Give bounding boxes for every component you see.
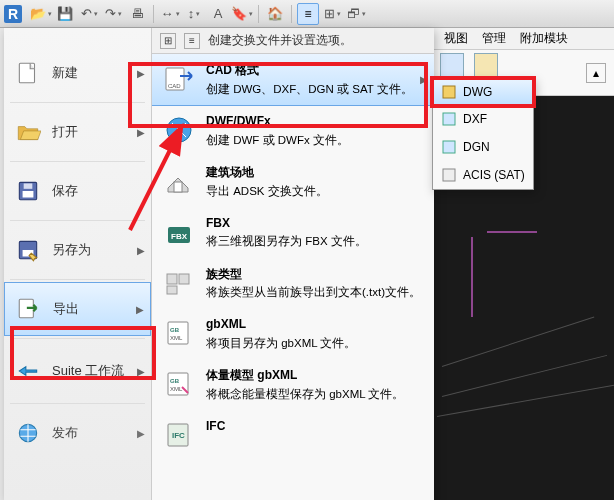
- svg-text:IFC: IFC: [172, 431, 185, 440]
- svg-rect-3: [24, 183, 33, 188]
- mass-title: 体量模型 gbXML: [206, 367, 424, 384]
- ribbon-collapse-button[interactable]: ▴: [586, 63, 606, 83]
- menu-publish[interactable]: 发布 ▶: [4, 406, 151, 460]
- tab-view[interactable]: 视图: [444, 30, 468, 47]
- export-cad-formats[interactable]: CAD CAD 格式创建 DWG、DXF、DGN 或 SAT 文件。 ▶: [152, 54, 434, 106]
- close-hidden-button[interactable]: ⊞: [321, 3, 343, 25]
- application-menu: 新建 ▶ 打开 ▶ 保存 另存为 ▶ 导出 ▶ Suite 工作流: [4, 28, 434, 500]
- site-desc: 导出 ADSK 交换文件。: [206, 185, 328, 197]
- tag-button[interactable]: 🔖: [231, 3, 253, 25]
- separator: [10, 338, 145, 339]
- save-button[interactable]: 💾: [54, 3, 76, 25]
- fbx-title: FBX: [206, 215, 424, 232]
- export-site[interactable]: 建筑场地导出 ADSK 交换文件。: [152, 156, 434, 207]
- export-dwf[interactable]: DWF/DWFx创建 DWF 或 DWFx 文件。: [152, 105, 434, 156]
- gbxml-title: gbXML: [206, 316, 424, 333]
- separator: [258, 5, 259, 23]
- dwf-icon: [162, 113, 196, 147]
- app-menu-left-column: 新建 ▶ 打开 ▶ 保存 另存为 ▶ 导出 ▶ Suite 工作流: [4, 28, 152, 500]
- export-ifc[interactable]: IFC IFC: [152, 410, 434, 460]
- title-bar: R 📂 💾 ↶ ↷ 🖶 ↔ ↕ A 🔖 🏠 ≡ ⊞ 🗗: [0, 0, 614, 28]
- site-title: 建筑场地: [206, 164, 424, 181]
- dimension-angular-button[interactable]: ↕: [183, 3, 205, 25]
- dwg-icon: [441, 84, 457, 100]
- export-header: ⊞ ≡ 创建交换文件并设置选项。: [152, 28, 434, 54]
- dwf-desc: 创建 DWF 或 DWFx 文件。: [206, 134, 349, 146]
- menu-save[interactable]: 保存: [4, 164, 151, 218]
- svg-rect-27: [443, 141, 455, 153]
- menu-new[interactable]: 新建 ▶: [4, 46, 151, 100]
- submenu-dwg[interactable]: DWG: [432, 78, 534, 106]
- cad-formats-submenu: DWG DXF DGN ACIS (SAT): [432, 78, 534, 190]
- menu-saveas[interactable]: 另存为 ▶: [4, 223, 151, 277]
- redo-button[interactable]: ↷: [102, 3, 124, 25]
- ifc-icon: IFC: [162, 418, 196, 452]
- dimension-aligned-button[interactable]: ↔: [159, 3, 181, 25]
- undo-button[interactable]: ↶: [78, 3, 100, 25]
- menu-suite[interactable]: Suite 工作流 ▶: [4, 341, 151, 401]
- export-icon: [15, 295, 43, 323]
- export-options-list: CAD CAD 格式创建 DWG、DXF、DGN 或 SAT 文件。 ▶ DWF…: [152, 54, 434, 500]
- svg-text:FBX: FBX: [171, 232, 188, 241]
- thin-lines-toggle[interactable]: ≡: [297, 3, 319, 25]
- fam-desc: 将族类型从当前族导出到文本(.txt)文件。: [206, 286, 421, 298]
- svg-text:XML: XML: [170, 335, 183, 341]
- menu-publish-label: 发布: [52, 424, 78, 442]
- menu-open[interactable]: 打开 ▶: [4, 105, 151, 159]
- fbx-icon: FBX: [162, 215, 196, 249]
- mass-desc: 将概念能量模型保存为 gbXML 文件。: [206, 388, 404, 400]
- separator: [153, 5, 154, 23]
- svg-rect-28: [443, 169, 455, 181]
- tab-addins[interactable]: 附加模块: [520, 30, 568, 47]
- submenu-dgn[interactable]: DGN: [433, 133, 533, 161]
- dwf-title: DWF/DWFx: [206, 113, 424, 130]
- cad-icon: CAD: [162, 62, 196, 96]
- separator: [291, 5, 292, 23]
- fam-title: 族类型: [206, 266, 424, 283]
- save-icon: [14, 177, 42, 205]
- export-mass-gbxml[interactable]: GBXML 体量模型 gbXML将概念能量模型保存为 gbXML 文件。: [152, 359, 434, 410]
- separator: [10, 279, 145, 280]
- svg-rect-15: [179, 274, 189, 284]
- menu-export-label: 导出: [53, 300, 79, 318]
- export-fbx[interactable]: FBX FBX将三维视图另存为 FBX 文件。: [152, 207, 434, 258]
- chevron-right-icon: ▶: [136, 304, 144, 315]
- acis-icon: [441, 167, 457, 183]
- cad-title: CAD 格式: [206, 62, 424, 79]
- svg-rect-16: [167, 286, 177, 294]
- gbxml-icon: GBXML: [162, 316, 196, 350]
- submenu-dgn-label: DGN: [463, 140, 490, 154]
- default-view-button[interactable]: 🏠: [264, 3, 286, 25]
- grid-icon[interactable]: ⊞: [160, 33, 176, 49]
- gbxml-desc: 将项目另存为 gbXML 文件。: [206, 337, 356, 349]
- text-button[interactable]: A: [207, 3, 229, 25]
- export-gbxml[interactable]: GBXML gbXML将项目另存为 gbXML 文件。: [152, 308, 434, 359]
- export-family-types[interactable]: 族类型将族类型从当前族导出到文本(.txt)文件。: [152, 258, 434, 309]
- new-icon: [14, 59, 42, 87]
- chevron-right-icon: ▶: [137, 68, 145, 79]
- submenu-acis[interactable]: ACIS (SAT): [433, 161, 533, 189]
- tab-manage[interactable]: 管理: [482, 30, 506, 47]
- separator: [10, 161, 145, 162]
- menu-new-label: 新建: [52, 64, 78, 82]
- app-menu-right-column: ⊞ ≡ 创建交换文件并设置选项。 CAD CAD 格式创建 DWG、DXF、DG…: [152, 28, 434, 500]
- chevron-right-icon: ▶: [137, 245, 145, 256]
- site-icon: [162, 164, 196, 198]
- dgn-icon: [441, 139, 457, 155]
- separator: [10, 403, 145, 404]
- svg-rect-11: [174, 182, 182, 192]
- open-button[interactable]: 📂: [30, 3, 52, 25]
- submenu-dwg-label: DWG: [463, 85, 492, 99]
- list-icon[interactable]: ≡: [184, 33, 200, 49]
- chevron-right-icon: ▶: [137, 428, 145, 439]
- menu-suite-label: Suite 工作流: [52, 363, 124, 379]
- chevron-right-icon: ▶: [137, 127, 145, 138]
- menu-open-label: 打开: [52, 123, 78, 141]
- print-button[interactable]: 🖶: [126, 3, 148, 25]
- ifc-title: IFC: [206, 418, 424, 435]
- submenu-dxf[interactable]: DXF: [433, 105, 533, 133]
- family-icon: [162, 266, 196, 300]
- menu-export[interactable]: 导出 ▶: [4, 282, 151, 336]
- ramp-icon: [474, 53, 498, 77]
- switch-windows-button[interactable]: 🗗: [345, 3, 367, 25]
